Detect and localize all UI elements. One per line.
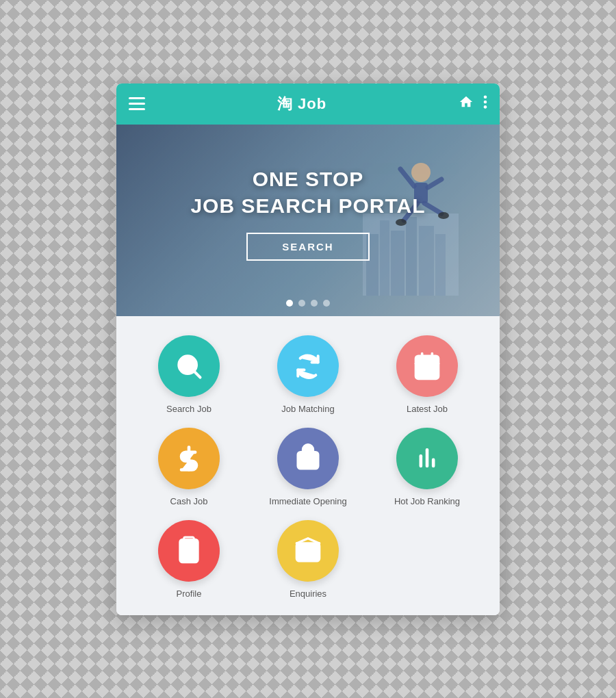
immediate-opening-circle: OPEN [277,428,339,489]
dot-4[interactable] [323,300,330,307]
search-job-circle [158,335,220,397]
search-job-label: Search Job [166,404,211,414]
latest-job-label: Latest Job [407,404,448,414]
dollar-icon [174,443,204,474]
svg-point-17 [438,212,449,219]
job-matching-circle [277,335,339,397]
app-header: 淘 Job [116,83,500,125]
app-title: 淘 Job [277,94,326,114]
dot-1[interactable] [286,300,293,307]
hero-title-line1: ONE STOP [190,166,425,192]
svg-line-15 [424,203,441,214]
svg-point-0 [484,95,487,99]
phone-container: 淘 Job [116,83,500,615]
hero-banner: ONE STOP JOB SEARCH PORTAL SEARCH [116,125,500,316]
feature-grid: Search Job Job Matching [133,335,483,599]
latest-job-circle: 25 [396,335,458,397]
dot-2[interactable] [298,300,305,307]
grid-item-immediate-opening[interactable]: OPEN Immediate Opening [252,428,364,506]
grid-item-enquiries[interactable]: Enquiries [252,520,364,599]
svg-text:OPEN: OPEN [299,459,317,466]
more-options-icon[interactable] [483,94,487,113]
grid-item-cash-job[interactable]: Cash Job [133,428,245,506]
clipboard-icon [174,536,204,566]
header-icons [459,94,487,113]
immediate-opening-label: Immediate Opening [269,496,346,506]
grid-item-hot-job-ranking[interactable]: Hot Job Ranking [371,428,483,506]
bar-chart-icon [412,443,442,474]
search-icon [174,351,204,381]
dot-3[interactable] [311,300,318,307]
svg-text:25: 25 [422,366,432,376]
calendar-icon: 25 [412,351,442,381]
svg-point-1 [484,101,487,104]
cash-job-label: Cash Job [170,496,208,506]
enquiries-label: Enquiries [290,589,326,599]
hero-search-button[interactable]: SEARCH [246,233,369,261]
svg-point-2 [484,105,487,109]
hot-job-ranking-label: Hot Job Ranking [394,496,460,506]
hero-content: ONE STOP JOB SEARCH PORTAL SEARCH [190,166,425,261]
grid-item-search-job[interactable]: Search Job [133,335,245,414]
profile-label: Profile [177,589,202,599]
cash-job-circle [158,428,220,489]
enquiries-circle [277,520,339,582]
open-sign-icon: OPEN [293,443,323,474]
grid-item-profile[interactable]: Profile [133,520,245,599]
menu-button[interactable] [129,97,145,110]
home-icon[interactable] [459,94,474,113]
svg-line-13 [428,179,441,188]
svg-rect-9 [435,234,446,296]
hero-carousel-dots [286,300,330,307]
profile-circle [158,520,220,582]
refresh-icon [293,351,323,381]
svg-line-19 [194,372,200,377]
hero-title-line2: JOB SEARCH PORTAL [190,192,425,219]
job-matching-label: Job Matching [281,404,334,414]
hot-job-ranking-circle [396,428,458,489]
envelope-icon [293,536,323,566]
grid-section: Search Job Job Matching [116,316,500,615]
grid-item-job-matching[interactable]: Job Matching [252,335,364,414]
grid-item-latest-job[interactable]: 25 Latest Job [371,335,483,414]
